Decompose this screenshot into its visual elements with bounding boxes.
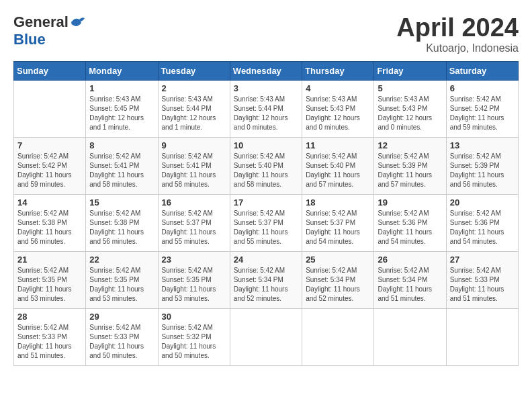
day-number: 6 [450,83,515,93]
day-number: 16 [162,197,226,208]
col-header-thursday: Thursday [302,62,374,81]
calendar-cell: 20Sunrise: 5:42 AMSunset: 5:36 PMDayligh… [446,195,518,252]
calendar-cell [302,309,374,366]
day-number: 14 [17,197,82,208]
calendar-cell: 12Sunrise: 5:42 AMSunset: 5:39 PMDayligh… [374,138,446,195]
calendar-cell: 24Sunrise: 5:42 AMSunset: 5:34 PMDayligh… [230,252,302,309]
day-number: 7 [17,140,82,150]
day-info: Sunrise: 5:42 AMSunset: 5:41 PMDaylight:… [89,152,154,189]
calendar-cell: 6Sunrise: 5:42 AMSunset: 5:42 PMDaylight… [446,81,518,138]
col-header-saturday: Saturday [446,62,518,81]
day-number: 23 [162,255,226,265]
day-info: Sunrise: 5:43 AMSunset: 5:45 PMDaylight:… [89,95,154,132]
title-area: April 2024 Kutoarjo, Indonesia [396,13,519,54]
day-info: Sunrise: 5:42 AMSunset: 5:37 PMDaylight:… [234,209,298,246]
calendar-cell: 5Sunrise: 5:43 AMSunset: 5:43 PMDaylight… [374,81,446,138]
col-header-tuesday: Tuesday [158,62,230,81]
day-info: Sunrise: 5:42 AMSunset: 5:39 PMDaylight:… [450,152,515,189]
calendar-cell: 21Sunrise: 5:42 AMSunset: 5:35 PMDayligh… [14,252,86,309]
day-number: 5 [378,83,442,93]
day-number: 2 [162,83,226,93]
calendar-header-row: SundayMondayTuesdayWednesdayThursdayFrid… [14,62,519,81]
day-info: Sunrise: 5:43 AMSunset: 5:43 PMDaylight:… [306,95,370,132]
month-title: April 2024 [396,13,519,42]
day-info: Sunrise: 5:43 AMSunset: 5:43 PMDaylight:… [378,95,442,132]
calendar-cell: 14Sunrise: 5:42 AMSunset: 5:38 PMDayligh… [14,195,86,252]
logo-blue-text: Blue [13,31,46,48]
calendar-cell [230,309,302,366]
day-number: 22 [89,255,154,265]
day-info: Sunrise: 5:42 AMSunset: 5:36 PMDaylight:… [378,209,442,246]
day-info: Sunrise: 5:42 AMSunset: 5:35 PMDaylight:… [162,266,226,304]
day-number: 9 [162,140,226,150]
calendar-cell: 2Sunrise: 5:43 AMSunset: 5:44 PMDaylight… [158,81,230,138]
day-number: 28 [17,312,82,322]
calendar-cell: 4Sunrise: 5:43 AMSunset: 5:43 PMDaylight… [302,81,374,138]
col-header-friday: Friday [374,62,446,81]
day-info: Sunrise: 5:42 AMSunset: 5:33 PMDaylight:… [89,323,154,361]
day-number: 27 [450,255,515,265]
day-info: Sunrise: 5:42 AMSunset: 5:39 PMDaylight:… [378,152,442,189]
col-header-wednesday: Wednesday [230,62,302,81]
calendar-cell: 17Sunrise: 5:42 AMSunset: 5:37 PMDayligh… [230,195,302,252]
day-number: 1 [89,83,154,93]
day-info: Sunrise: 5:42 AMSunset: 5:42 PMDaylight:… [17,152,82,189]
day-number: 20 [450,197,515,208]
day-info: Sunrise: 5:43 AMSunset: 5:44 PMDaylight:… [234,95,298,132]
day-number: 3 [234,83,298,93]
calendar-cell: 23Sunrise: 5:42 AMSunset: 5:35 PMDayligh… [158,252,230,309]
day-info: Sunrise: 5:42 AMSunset: 5:33 PMDaylight:… [17,323,82,361]
calendar-cell: 7Sunrise: 5:42 AMSunset: 5:42 PMDaylight… [14,138,86,195]
calendar-table: SundayMondayTuesdayWednesdayThursdayFrid… [13,61,519,366]
day-number: 11 [306,140,370,150]
day-number: 17 [234,197,298,208]
calendar-row: 28Sunrise: 5:42 AMSunset: 5:33 PMDayligh… [14,309,519,366]
calendar-cell: 19Sunrise: 5:42 AMSunset: 5:36 PMDayligh… [374,195,446,252]
day-number: 19 [378,197,442,208]
calendar-cell: 9Sunrise: 5:42 AMSunset: 5:41 PMDaylight… [158,138,230,195]
calendar-cell: 30Sunrise: 5:42 AMSunset: 5:32 PMDayligh… [158,309,230,366]
day-number: 26 [378,255,442,265]
calendar-cell: 15Sunrise: 5:42 AMSunset: 5:38 PMDayligh… [86,195,158,252]
calendar-cell [14,81,86,138]
calendar-row: 1Sunrise: 5:43 AMSunset: 5:45 PMDaylight… [14,81,519,138]
day-info: Sunrise: 5:42 AMSunset: 5:35 PMDaylight:… [17,266,82,304]
day-info: Sunrise: 5:42 AMSunset: 5:34 PMDaylight:… [306,266,370,304]
calendar-row: 21Sunrise: 5:42 AMSunset: 5:35 PMDayligh… [14,252,519,309]
day-info: Sunrise: 5:42 AMSunset: 5:34 PMDaylight:… [234,266,298,304]
day-number: 29 [89,312,154,322]
day-number: 18 [306,197,370,208]
logo: General Blue [13,13,86,48]
calendar-cell: 11Sunrise: 5:42 AMSunset: 5:40 PMDayligh… [302,138,374,195]
day-number: 21 [17,255,82,265]
logo-bird-icon [70,15,86,29]
day-info: Sunrise: 5:42 AMSunset: 5:41 PMDaylight:… [162,152,226,189]
calendar-cell: 10Sunrise: 5:42 AMSunset: 5:40 PMDayligh… [230,138,302,195]
day-info: Sunrise: 5:42 AMSunset: 5:38 PMDaylight:… [17,209,82,246]
calendar-cell: 26Sunrise: 5:42 AMSunset: 5:34 PMDayligh… [374,252,446,309]
calendar-cell: 1Sunrise: 5:43 AMSunset: 5:45 PMDaylight… [86,81,158,138]
calendar-row: 7Sunrise: 5:42 AMSunset: 5:42 PMDaylight… [14,138,519,195]
day-number: 4 [306,83,370,93]
day-number: 15 [89,197,154,208]
header: General Blue April 2024 Kutoarjo, Indone… [13,13,519,54]
col-header-monday: Monday [86,62,158,81]
logo-general-text: General [13,13,69,31]
location: Kutoarjo, Indonesia [396,42,519,54]
calendar-cell: 25Sunrise: 5:42 AMSunset: 5:34 PMDayligh… [302,252,374,309]
day-info: Sunrise: 5:42 AMSunset: 5:36 PMDaylight:… [450,209,515,246]
day-number: 30 [162,312,226,322]
day-number: 10 [234,140,298,150]
day-info: Sunrise: 5:43 AMSunset: 5:44 PMDaylight:… [162,95,226,132]
calendar-cell: 22Sunrise: 5:42 AMSunset: 5:35 PMDayligh… [86,252,158,309]
day-info: Sunrise: 5:42 AMSunset: 5:37 PMDaylight:… [306,209,370,246]
calendar-cell: 27Sunrise: 5:42 AMSunset: 5:33 PMDayligh… [446,252,518,309]
day-info: Sunrise: 5:42 AMSunset: 5:34 PMDaylight:… [378,266,442,304]
col-header-sunday: Sunday [14,62,86,81]
calendar-cell: 18Sunrise: 5:42 AMSunset: 5:37 PMDayligh… [302,195,374,252]
day-number: 13 [450,140,515,150]
day-number: 8 [89,140,154,150]
calendar-cell: 3Sunrise: 5:43 AMSunset: 5:44 PMDaylight… [230,81,302,138]
calendar-cell [374,309,446,366]
day-info: Sunrise: 5:42 AMSunset: 5:35 PMDaylight:… [89,266,154,304]
